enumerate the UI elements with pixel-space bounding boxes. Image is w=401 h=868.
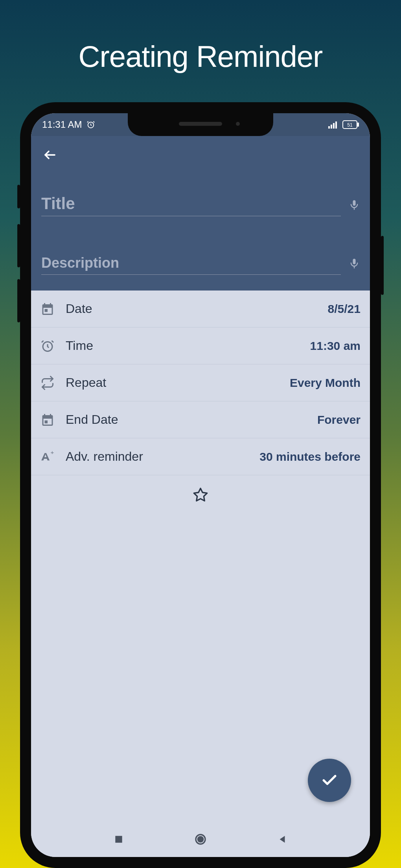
svg-rect-1: [328, 126, 330, 129]
repeat-label: Repeat: [66, 375, 290, 390]
adv-reminder-row[interactable]: + Adv. reminder 30 minutes before: [31, 438, 370, 475]
svg-rect-4: [335, 121, 337, 129]
time-row[interactable]: Time 11:30 am: [31, 327, 370, 364]
date-label: Date: [66, 302, 328, 316]
svg-text:+: +: [51, 450, 54, 456]
calendar-icon: [40, 302, 55, 316]
battery-icon: 51: [342, 120, 359, 129]
clock-icon: [40, 339, 55, 353]
status-time: 11:31 AM: [42, 119, 82, 130]
back-button[interactable]: [41, 144, 59, 169]
mic-icon[interactable]: [349, 199, 360, 210]
svg-rect-13: [115, 836, 122, 842]
nav-back-icon[interactable]: [277, 834, 287, 844]
star-icon[interactable]: [193, 487, 208, 503]
alarm-icon: [86, 120, 95, 129]
nav-home-icon[interactable]: [194, 833, 207, 846]
svg-text:51: 51: [347, 122, 353, 128]
svg-rect-2: [331, 125, 332, 129]
phone-frame: 11:31 AM 51: [20, 102, 381, 868]
mic-icon[interactable]: [349, 258, 360, 269]
app-header: [31, 136, 370, 291]
description-input[interactable]: [41, 252, 341, 275]
signal-icon: [328, 121, 338, 129]
end-date-value: Forever: [317, 413, 361, 427]
svg-rect-3: [333, 123, 335, 129]
svg-point-15: [198, 837, 203, 842]
confirm-fab[interactable]: [308, 759, 351, 802]
svg-marker-12: [194, 488, 207, 501]
check-icon: [321, 772, 338, 789]
date-value: 8/5/21: [328, 302, 361, 316]
svg-rect-6: [358, 123, 359, 126]
end-date-label: End Date: [66, 412, 317, 427]
repeat-row[interactable]: Repeat Every Month: [31, 364, 370, 401]
end-date-row[interactable]: End Date Forever: [31, 401, 370, 438]
promo-page-title: Creating Reminder: [0, 0, 401, 74]
phone-screen: 11:31 AM 51: [31, 113, 370, 857]
calendar-end-icon: [40, 413, 55, 427]
settings-list: Date 8/5/21 Time 11:30 am Repeat Every M…: [31, 291, 370, 516]
time-value: 11:30 am: [310, 339, 361, 353]
svg-marker-16: [280, 836, 285, 842]
repeat-icon: [40, 376, 55, 390]
adv-reminder-value: 30 minutes before: [259, 450, 361, 463]
time-label: Time: [66, 338, 310, 353]
repeat-value: Every Month: [290, 376, 361, 390]
svg-rect-10: [45, 420, 48, 423]
adv-reminder-label: Adv. reminder: [66, 449, 259, 464]
date-row[interactable]: Date 8/5/21: [31, 291, 370, 327]
android-nav-bar: [31, 822, 370, 857]
title-input[interactable]: [41, 193, 341, 216]
phone-notch: [128, 113, 273, 136]
nav-recents-icon[interactable]: [114, 834, 124, 844]
text-size-icon: +: [40, 450, 55, 464]
